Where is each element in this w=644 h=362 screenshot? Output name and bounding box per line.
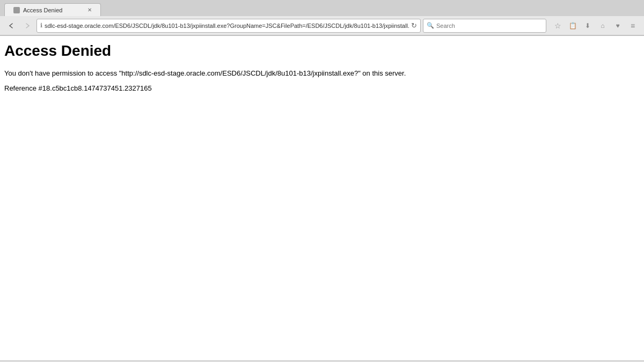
- search-icon: 🔍: [427, 22, 434, 29]
- error-description: You don't have permission to access "htt…: [4, 68, 640, 79]
- browser-toolbar: ℹ ↻ 🔍 ☆ 📋 ⬇ ⌂ ♥: [0, 16, 644, 35]
- reading-list-icon: 📋: [569, 22, 577, 29]
- reload-icon[interactable]: ↻: [411, 21, 417, 29]
- search-bar-container: 🔍: [423, 19, 546, 33]
- tab-favicon-icon: [13, 7, 20, 13]
- tab-close-icon[interactable]: ✕: [87, 7, 92, 13]
- menu-button[interactable]: ≡: [626, 19, 640, 33]
- menu-icon: ≡: [631, 21, 635, 30]
- address-bar[interactable]: [45, 23, 409, 29]
- home-icon: ⌂: [601, 22, 604, 29]
- error-url: http://sdlc-esd-stage.oracle.com/ESD6/JS…: [121, 69, 358, 77]
- bookmark-star-button[interactable]: ☆: [551, 19, 565, 33]
- tab-label: Access Denied: [23, 7, 62, 13]
- security-icon: ℹ: [40, 22, 42, 29]
- browser-tab[interactable]: Access Denied ✕: [4, 3, 101, 16]
- address-bar-container: ℹ ↻: [36, 19, 421, 33]
- forward-button[interactable]: [20, 19, 34, 33]
- forward-icon: [24, 23, 31, 29]
- favorites-button[interactable]: ♥: [611, 19, 625, 33]
- toolbar-icons: ☆ 📋 ⬇ ⌂ ♥ ≡: [551, 19, 640, 33]
- reading-list-button[interactable]: 📋: [566, 19, 580, 33]
- download-icon: ⬇: [585, 22, 590, 29]
- download-button[interactable]: ⬇: [581, 19, 595, 33]
- error-text-after: " on this server.: [358, 69, 406, 77]
- back-icon: [8, 23, 14, 29]
- tab-bar: Access Denied ✕: [0, 0, 644, 16]
- search-input[interactable]: [436, 23, 543, 29]
- page-content: Access Denied You don't have permission …: [0, 36, 644, 360]
- error-text-before: You don't have permission to access ": [4, 69, 121, 77]
- back-button[interactable]: [4, 19, 18, 33]
- star-icon: ☆: [554, 21, 561, 30]
- home-button[interactable]: ⌂: [596, 19, 610, 33]
- reference-text: Reference #18.c5bc1cb8.1474737451.232716…: [4, 84, 640, 92]
- heart-icon: ♥: [616, 22, 619, 29]
- page-title: Access Denied: [4, 42, 640, 60]
- browser-chrome: Access Denied ✕ ℹ ↻ 🔍: [0, 0, 644, 36]
